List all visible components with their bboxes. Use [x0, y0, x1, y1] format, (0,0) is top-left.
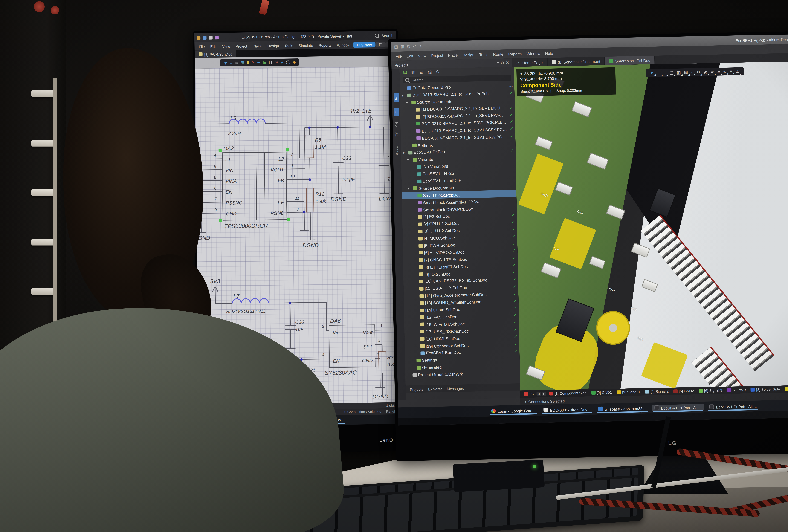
tool-icon[interactable]: ↦ — [257, 60, 260, 65]
layer-tab[interactable]: Top Overlay — [783, 387, 788, 391]
menu-item[interactable]: Design — [265, 43, 281, 48]
save-icon[interactable]: ▥ — [400, 44, 404, 49]
menu-item[interactable]: Edit — [208, 44, 219, 48]
dock-tab[interactable]: Li — [394, 108, 399, 116]
menu-item[interactable]: Project — [429, 53, 446, 58]
tool-icon[interactable]: ▼ — [650, 71, 654, 75]
layer-tab[interactable]: [8] Solder Side — [749, 387, 782, 392]
undo-icon[interactable]: ↶ — [413, 44, 416, 49]
tool-icon[interactable]: ◉ — [704, 70, 707, 74]
tool-icon[interactable]: ↺ — [697, 70, 700, 75]
menu-item[interactable]: Place — [446, 53, 460, 57]
layer-tab[interactable]: [3] Signal 1 — [615, 390, 642, 394]
expand-arrow-icon[interactable] — [407, 158, 411, 162]
tool-icon[interactable]: ▭ — [235, 60, 238, 65]
expand-arrow-icon[interactable] — [408, 187, 411, 190]
tool-icon[interactable]: ◯ — [286, 60, 290, 65]
projects-tool-icon[interactable]: ▨ — [428, 70, 432, 75]
search-icon[interactable] — [375, 34, 379, 38]
menu-item[interactable]: View — [220, 44, 233, 48]
projects-tool-icon[interactable]: ▤ — [403, 70, 407, 75]
tool-icon[interactable]: ▦ — [241, 60, 244, 65]
redo-icon[interactable]: ↷ — [418, 44, 422, 49]
panel-tab[interactable]: Messages — [445, 386, 466, 391]
layer-tab[interactable]: [6] Signal 3 — [697, 389, 724, 393]
tool-icon[interactable]: + — [230, 61, 232, 65]
tool-icon[interactable]: ▮ — [247, 60, 249, 65]
tool-icon[interactable]: ◨ — [269, 60, 273, 65]
layer-tab[interactable]: [7] PWR — [725, 388, 748, 392]
menu-item[interactable]: Project — [233, 44, 250, 48]
menu-item[interactable]: File — [196, 44, 207, 48]
menu-item[interactable]: Reports — [316, 43, 334, 47]
menu-item[interactable]: Help — [543, 51, 555, 56]
menu-item[interactable]: Edit — [404, 54, 416, 58]
dock-tab[interactable]: Pa — [394, 93, 398, 102]
document-tab[interactable]: Smart block.PcbDoc — [605, 56, 655, 65]
tool-icon[interactable]: ▣ — [263, 60, 267, 65]
taskbar-item[interactable]: Login - Google Chro... — [489, 407, 538, 414]
panel-tab[interactable]: Explorer — [426, 387, 444, 391]
tool-icon[interactable]: ▦ — [684, 70, 688, 75]
open-icon[interactable]: ▨ — [407, 44, 410, 49]
tool-icon[interactable]: ▥ — [677, 70, 681, 75]
dock-tab[interactable]: Ad — [395, 132, 398, 137]
tool-icon[interactable]: ⊃ — [657, 71, 661, 75]
tool-icon[interactable]: ▢ — [670, 70, 674, 75]
close-icon[interactable]: ✕ — [506, 60, 509, 65]
layer-tab[interactable]: [5] GND2 — [672, 389, 696, 393]
tool-icon[interactable]: w — [723, 69, 726, 74]
menu-item[interactable]: Reports — [506, 52, 524, 56]
tool-icon[interactable]: ✕ — [252, 60, 255, 65]
taskbar-item[interactable]: EcoSBV1.PrjPcb - Alti... — [707, 403, 759, 410]
tool-icon[interactable]: ≈ — [691, 70, 694, 74]
dock-tab[interactable]: No — [395, 122, 398, 126]
layer-tab[interactable]: [2] GND1 — [590, 391, 614, 395]
tool-icon[interactable]: A — [730, 69, 732, 74]
tool-icon[interactable]: ◆ — [293, 60, 296, 65]
menu-item[interactable]: File — [393, 54, 404, 58]
tool-icon[interactable]: ∠ — [736, 69, 740, 74]
projects-search-input[interactable]: Search — [402, 75, 511, 83]
document-tab[interactable]: Home Page — [512, 58, 548, 67]
tool-icon[interactable]: + — [664, 71, 667, 75]
expand-arrow-icon[interactable] — [402, 94, 405, 97]
dropdown-icon[interactable]: ▾ — [497, 60, 499, 65]
scroll-left-icon[interactable]: ◂ — [537, 392, 541, 396]
menu-item[interactable]: View — [416, 54, 429, 58]
buy-now-button[interactable]: Buy Now — [353, 42, 375, 47]
tool-icon[interactable]: ▱ — [717, 69, 720, 74]
projects-tool-icon[interactable]: ▧ — [419, 70, 423, 75]
search-label[interactable]: Search — [381, 34, 394, 38]
document-tab[interactable]: [5] PWR.SchDoc — [195, 50, 237, 58]
layer-tab[interactable]: [1] Component Side — [547, 391, 589, 396]
dock-tab[interactable]: Graphic — [395, 143, 399, 155]
taskbar-item[interactable]: EcoSBV1.PrjPcb - Alti... — [652, 404, 704, 411]
pin-icon[interactable]: ⊙ — [501, 60, 504, 65]
tool-icon[interactable]: ▰ — [710, 69, 714, 74]
menu-item[interactable]: Window — [524, 51, 543, 56]
expand-arrow-icon[interactable] — [403, 151, 407, 155]
taskbar-item[interactable]: BDC-0301-Direct Driv... — [541, 406, 593, 413]
tool-icon[interactable]: A — [281, 60, 283, 64]
document-tab[interactable]: (8) Schematic Document — [548, 57, 605, 66]
panel-tab[interactable]: Projects — [408, 387, 425, 391]
menu-item[interactable]: Route — [491, 52, 506, 57]
layer-set-tab[interactable]: LS — [522, 392, 535, 396]
save-icon[interactable] — [203, 36, 206, 39]
scroll-right-icon[interactable]: ▸ — [542, 392, 546, 396]
projects-tool-icon[interactable]: ⊙ — [436, 70, 439, 74]
menu-item[interactable]: Place — [250, 43, 264, 48]
menu-item[interactable]: Simulate — [296, 43, 316, 47]
taskbar-item[interactable]: w_spase - app_stm32l... — [595, 405, 649, 412]
pcb-3d-viewport[interactable]: C50 R12 R21 L24 C38 GND ▼⊃+▢▥▦≈↺◉▰▱wA∠ x… — [514, 61, 788, 391]
menu-item[interactable]: Design — [460, 53, 477, 57]
projects-tool-icon[interactable]: ▥ — [411, 70, 415, 75]
menu-item[interactable]: Tools — [477, 52, 491, 57]
undo-icon[interactable] — [215, 36, 219, 39]
comment-button[interactable]: ❏ — [376, 42, 386, 47]
layer-tab[interactable]: [4] Signal 2 — [643, 390, 670, 394]
expand-arrow-icon[interactable] — [406, 101, 410, 104]
tool-icon[interactable]: ▼ — [224, 61, 228, 65]
menu-item[interactable]: Tools — [282, 43, 296, 47]
